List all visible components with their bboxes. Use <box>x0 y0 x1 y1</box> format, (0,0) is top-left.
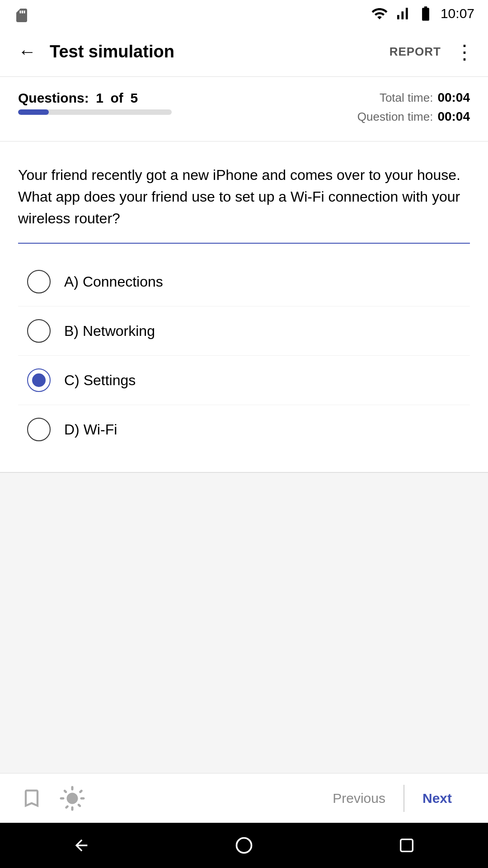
question-area: Your friend recently got a new iPhone an… <box>0 142 488 473</box>
back-nav-icon <box>72 836 90 854</box>
app-bar: ← Test simulation REPORT ⋮ <box>0 27 488 77</box>
nav-buttons: Previous Next <box>314 785 470 812</box>
wifi-icon <box>371 5 388 22</box>
system-nav-bar <box>0 823 488 868</box>
signal-icon <box>394 5 411 22</box>
status-bar: 10:07 <box>0 0 488 27</box>
home-nav-button[interactable] <box>226 827 262 863</box>
radio-c <box>27 368 51 392</box>
option-c-label: C) Settings <box>64 372 136 389</box>
radio-d <box>27 418 51 441</box>
progress-bar-fill <box>18 109 49 115</box>
home-nav-icon <box>234 835 254 855</box>
question-divider <box>18 243 470 244</box>
option-b[interactable]: B) Networking <box>18 307 470 356</box>
bookmark-icon <box>20 787 43 810</box>
time-info: Total time: 00:04 Question time: 00:04 <box>357 90 470 124</box>
option-c[interactable]: C) Settings <box>18 356 470 405</box>
brightness-icon <box>59 785 86 812</box>
back-nav-button[interactable] <box>63 827 99 863</box>
bottom-bar: Previous Next <box>0 773 488 823</box>
question-time-row: Question time: 00:04 <box>357 109 470 124</box>
question-time-label: Question time: <box>357 110 433 124</box>
radio-c-fill <box>32 373 46 387</box>
question-text: Your friend recently got a new iPhone an… <box>18 164 470 229</box>
bottom-left-icons <box>18 785 314 812</box>
app-title: Test simulation <box>50 42 389 61</box>
battery-icon <box>416 5 435 22</box>
total-questions: 5 <box>130 90 138 105</box>
option-b-label: B) Networking <box>64 323 155 340</box>
report-button[interactable]: REPORT <box>389 45 441 59</box>
empty-area <box>0 473 488 789</box>
questions-info: Questions: 1 of 5 <box>18 90 172 115</box>
progress-row: Questions: 1 of 5 Total time: 00:04 Ques… <box>18 90 470 124</box>
progress-bar <box>18 109 172 115</box>
progress-section: Questions: 1 of 5 Total time: 00:04 Ques… <box>0 77 488 142</box>
bookmark-button[interactable] <box>18 785 45 812</box>
previous-button[interactable]: Previous <box>314 785 404 812</box>
option-a-label: A) Connections <box>64 274 163 290</box>
question-time-value: 00:04 <box>437 109 470 124</box>
recents-nav-icon <box>398 836 416 854</box>
option-a[interactable]: A) Connections <box>18 257 470 307</box>
current-question: 1 <box>96 90 103 105</box>
total-time-row: Total time: 00:04 <box>380 90 470 105</box>
recents-nav-button[interactable] <box>389 827 425 863</box>
option-d[interactable]: D) Wi-Fi <box>18 405 470 454</box>
svg-point-0 <box>237 838 252 853</box>
next-button[interactable]: Next <box>404 785 470 812</box>
radio-b <box>27 319 51 343</box>
total-time-label: Total time: <box>380 91 433 105</box>
status-time: 10:07 <box>441 6 474 21</box>
sd-card-icon <box>14 7 30 24</box>
back-arrow-icon: ← <box>18 42 36 62</box>
status-icons: 10:07 <box>371 5 474 22</box>
back-button[interactable]: ← <box>14 38 41 66</box>
total-time-value: 00:04 <box>437 90 470 105</box>
more-options-button[interactable]: ⋮ <box>455 42 474 62</box>
questions-label: Questions: 1 of 5 <box>18 91 138 105</box>
svg-rect-1 <box>401 840 413 852</box>
brightness-button[interactable] <box>59 785 86 812</box>
radio-a <box>27 270 51 293</box>
option-d-label: D) Wi-Fi <box>64 421 117 438</box>
